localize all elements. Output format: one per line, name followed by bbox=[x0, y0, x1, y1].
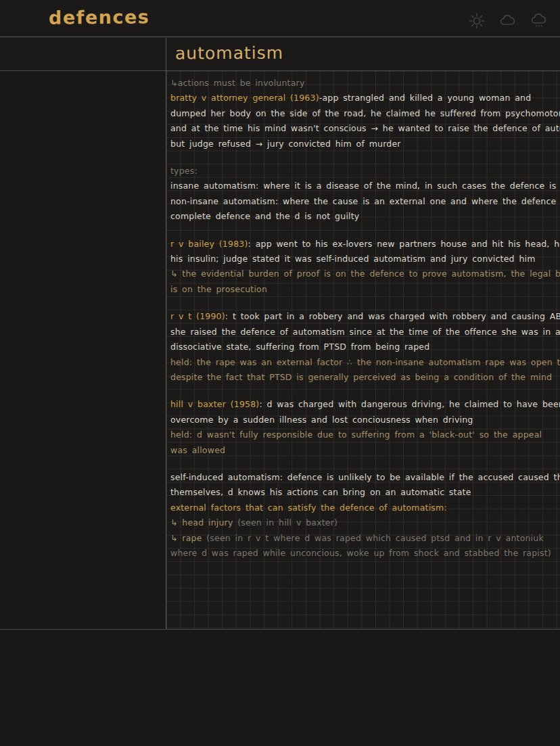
page-title: automatism bbox=[175, 43, 283, 64]
sun-icon[interactable] bbox=[468, 12, 486, 30]
note-text-segment: where d was raped while unconcious, woke… bbox=[170, 548, 551, 558]
note-line: bratty v attorney general (1963)-app str… bbox=[170, 91, 560, 106]
note-text-segment: held: d wasn't fully responsible due to … bbox=[170, 429, 542, 440]
note-line: held: the rape was an external factor ∴ … bbox=[170, 355, 560, 370]
note-text-segment: complete defence and the d is not guilty bbox=[170, 211, 359, 221]
note-block: ↳actions must be involuntarybratty v att… bbox=[170, 76, 560, 151]
note-block: hill v baxter (1958): d was charged with… bbox=[170, 397, 560, 458]
note-block: types:insane automatism: where it is a d… bbox=[170, 164, 560, 225]
note-text-segment: r v bailey (1983) bbox=[170, 239, 248, 249]
note-line: despite the fact that PTSD is generally … bbox=[170, 370, 560, 385]
note-line: where d was raped while unconcious, woke… bbox=[170, 546, 560, 561]
cloud-icon[interactable] bbox=[499, 12, 517, 30]
note-text-segment: self-induced automatism: defence is unli… bbox=[170, 472, 560, 482]
note-text-segment: : d was charged with dangerous driving, … bbox=[259, 399, 560, 409]
note-text-segment: insane automatism: where it is a disease… bbox=[170, 181, 560, 191]
toolbar-icon-group bbox=[468, 12, 548, 30]
note-text-segment: but judge refused → jury convicted him o… bbox=[170, 139, 401, 149]
note-line: but judge refused → jury convicted him o… bbox=[170, 137, 560, 151]
page-margin-column bbox=[0, 71, 166, 629]
rain-cloud-icon[interactable] bbox=[530, 12, 548, 30]
note-line: types: bbox=[170, 164, 560, 179]
note-line: his insulin; judge stated it was self-in… bbox=[170, 252, 560, 266]
note-line: themselves, d knows his actions can brin… bbox=[170, 485, 560, 500]
note-text-segment: : t took part in a robbery and was charg… bbox=[225, 311, 560, 321]
note-text-segment: external factors that can satisfy the de… bbox=[170, 503, 447, 513]
top-toolbar: defences bbox=[0, 0, 560, 37]
note-line: hill v baxter (1958): d was charged with… bbox=[170, 397, 560, 412]
note-text-segment: : app went to his ex-lovers new partners… bbox=[248, 239, 560, 249]
note-line: ↳ head injury (seen in hill v baxter) bbox=[170, 515, 560, 530]
note-line: non-insane automatism: where the cause i… bbox=[170, 194, 560, 209]
note-text-segment: bratty v attorney general (1963) bbox=[170, 93, 319, 103]
note-text-segment: hill v baxter (1958) bbox=[170, 399, 259, 409]
note-text-segment: ↳ the evidential burden of proof is on t… bbox=[170, 269, 560, 279]
note-text-segment: themselves, d knows his actions can brin… bbox=[170, 487, 471, 497]
note-line: r v bailey (1983): app went to his ex-lo… bbox=[170, 237, 560, 252]
note-text-segment: held: the rape was an external factor ∴ … bbox=[170, 357, 560, 367]
notebook-title: defences bbox=[49, 6, 150, 28]
note-line: self-induced automatism: defence is unli… bbox=[170, 470, 560, 485]
note-block: r v t (1990): t took part in a robbery a… bbox=[170, 309, 560, 385]
note-text-segment: dissociative state, suffering from PTSD … bbox=[170, 342, 429, 352]
note-line: was allowed bbox=[170, 443, 560, 458]
note-text-segment: she raised the defence of automatism sin… bbox=[170, 327, 560, 337]
note-text-segment: non-insane automatism: where the cause i… bbox=[170, 196, 560, 206]
note-line: insane automatism: where it is a disease… bbox=[170, 179, 560, 193]
note-body[interactable]: ↳actions must be involuntarybratty v att… bbox=[166, 71, 560, 629]
note-line: and at the time his mind wasn't consciou… bbox=[170, 121, 560, 136]
note-line: complete defence and the d is not guilty bbox=[170, 209, 560, 224]
note-text-segment: types: bbox=[170, 166, 197, 176]
notes-app-window: defences bbox=[0, 0, 560, 746]
note-text-segment: ↳ rape bbox=[170, 533, 206, 543]
note-line: held: d wasn't fully responsible due to … bbox=[170, 427, 560, 442]
note-text-segment: ↳actions must be involuntary bbox=[170, 78, 304, 88]
note-line: ↳ the evidential burden of proof is on t… bbox=[170, 266, 560, 281]
note-line: r v t (1990): t took part in a robbery a… bbox=[170, 309, 560, 324]
note-text-segment: was allowed bbox=[170, 445, 225, 455]
note-text-segment: his insulin; judge stated it was self-in… bbox=[170, 254, 536, 264]
note-block: self-induced automatism: defence is unli… bbox=[170, 470, 560, 561]
note-text-segment: overcome by a sudden illness and lost co… bbox=[170, 415, 473, 425]
note-line: ↳ rape (seen in r v t where d was raped … bbox=[170, 531, 560, 546]
note-block: r v bailey (1983): app went to his ex-lo… bbox=[170, 237, 560, 298]
note-text-segment: -app strangled and killed a young woman … bbox=[319, 93, 532, 103]
note-line: dumped her body on the side of the road,… bbox=[170, 106, 560, 121]
note-line: overcome by a sudden illness and lost co… bbox=[170, 413, 560, 427]
note-text-segment: (seen in r v t where d was raped which c… bbox=[206, 533, 544, 543]
note-line: is on the prosecution bbox=[170, 282, 560, 297]
note-line: ↳actions must be involuntary bbox=[170, 76, 560, 91]
note-line: external factors that can satisfy the de… bbox=[170, 500, 560, 515]
page-header-row: automatism bbox=[0, 38, 560, 71]
note-line: dissociative state, suffering from PTSD … bbox=[170, 340, 560, 354]
area-below-page bbox=[0, 630, 560, 746]
note-text-segment: and at the time his mind wasn't consciou… bbox=[170, 123, 560, 133]
note-text-segment: (seen in hill v baxter) bbox=[237, 517, 337, 528]
note-line: she raised the defence of automatism sin… bbox=[170, 325, 560, 340]
note-text-segment: despite the fact that PTSD is generally … bbox=[170, 372, 552, 382]
note-text-segment: dumped her body on the side of the road,… bbox=[170, 108, 560, 118]
note-text-segment: ↳ head injury bbox=[170, 517, 237, 528]
note-text-segment: is on the prosecution bbox=[170, 284, 267, 294]
note-text-segment: r v t (1990) bbox=[170, 311, 225, 321]
